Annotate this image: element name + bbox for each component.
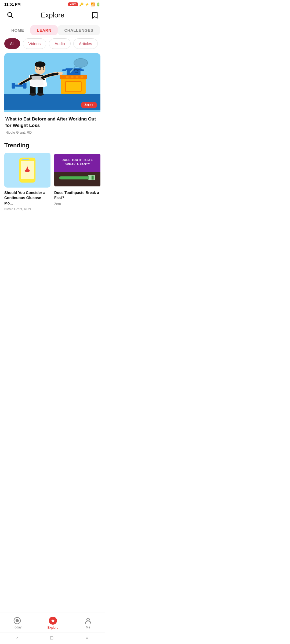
trending-section: Trending [0, 142, 105, 211]
svg-text:DOES TOOTHPASTE: DOES TOOTHPASTE [61, 158, 93, 161]
svg-rect-15 [80, 69, 84, 71]
svg-rect-13 [67, 70, 80, 75]
svg-rect-29 [23, 83, 27, 89]
svg-text:BREAK A FAST?: BREAK A FAST? [64, 163, 90, 166]
svg-point-9 [71, 75, 74, 78]
header: Explore [0, 8, 105, 23]
filter-articles[interactable]: Articles [73, 38, 98, 49]
svg-text:Zero+: Zero+ [84, 103, 93, 107]
bluetooth-icon: ⚡ [85, 2, 89, 6]
trending-title: Trending [4, 142, 100, 149]
svg-rect-14 [62, 69, 66, 71]
featured-content: What to Eat Before and After Working Out… [4, 112, 100, 137]
tab-learn[interactable]: LEARN [30, 25, 58, 35]
trending-card-author-glucose: Nicole Grant, RDN [4, 207, 50, 211]
glucose-image [4, 153, 50, 188]
filter-audio[interactable]: Audio [49, 38, 70, 49]
bookmark-button[interactable] [90, 10, 99, 20]
featured-image: Zero+ [4, 53, 100, 112]
rec-icon: REC [68, 2, 78, 6]
trending-card-toothpaste[interactable]: DOES TOOTHPASTE BREAK A FAST? [54, 153, 100, 211]
svg-point-23 [35, 61, 45, 67]
featured-author: Nicole Grant, RD [5, 130, 99, 134]
page-title: Explore [41, 11, 64, 19]
wifi-icon: 📶 [90, 2, 95, 6]
trending-card-title-toothpaste: Does Toothpaste Break a Fast? [54, 190, 100, 201]
featured-title: What to Eat Before and After Working Out… [5, 116, 99, 129]
status-icons: REC 🔑 ⚡ 📶 🔋 [68, 2, 100, 6]
svg-point-11 [81, 75, 84, 78]
svg-line-1 [11, 16, 13, 18]
trending-card-author-toothpaste: Zero [54, 202, 100, 206]
tab-challenges[interactable]: CHALLENGES [58, 25, 100, 35]
svg-rect-40 [59, 176, 89, 179]
filter-pills: All Videos Audio Articles [0, 38, 105, 53]
svg-point-21 [37, 93, 44, 96]
trending-card-title-glucose: Should You Consider a Continuous Glucose… [4, 190, 50, 206]
tab-home[interactable]: HOME [5, 25, 30, 35]
trending-card-glucose[interactable]: Should You Consider a Continuous Glucose… [4, 153, 50, 211]
status-time: 11:51 PM [4, 2, 21, 6]
filter-videos[interactable]: Videos [23, 38, 46, 49]
battery-icon: 🔋 [96, 2, 100, 6]
status-bar: 11:51 PM REC 🔑 ⚡ 📶 🔋 [0, 0, 105, 8]
trending-grid: Should You Consider a Continuous Glucose… [4, 153, 100, 211]
tabs-container: HOME LEARN CHALLENGES [0, 23, 105, 38]
toothpaste-image: DOES TOOTHPASTE BREAK A FAST? [54, 153, 100, 188]
filter-all[interactable]: All [4, 38, 20, 49]
svg-point-8 [66, 75, 69, 78]
svg-rect-28 [15, 85, 23, 86]
featured-article[interactable]: Zero+ What to Eat Before and After Worki… [4, 53, 100, 137]
search-button[interactable] [5, 10, 15, 20]
key-icon: 🔑 [79, 2, 84, 6]
svg-point-10 [75, 75, 78, 78]
svg-rect-27 [12, 83, 15, 89]
svg-rect-5 [66, 81, 81, 92]
svg-point-20 [30, 93, 37, 96]
svg-rect-35 [22, 159, 29, 160]
